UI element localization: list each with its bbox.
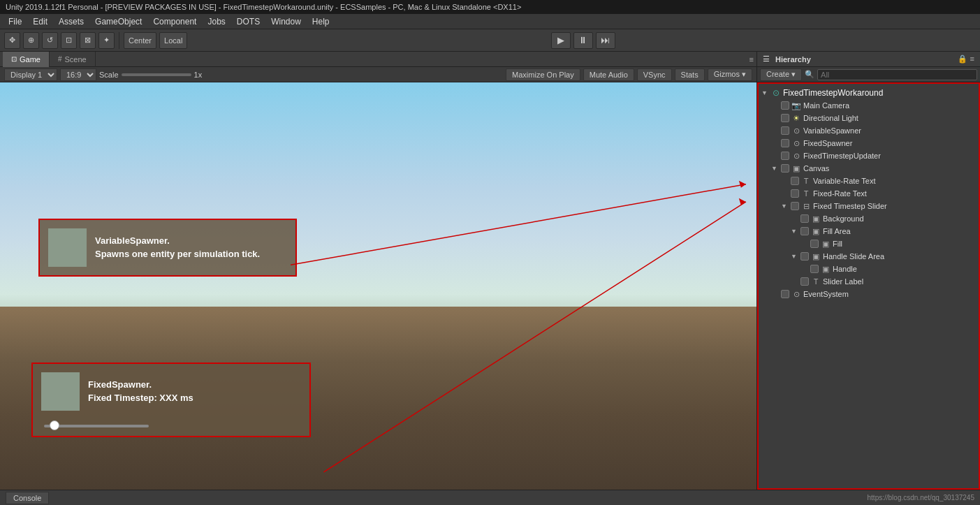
camera-icon: 📷 [791,101,801,110]
mute-btn[interactable]: Mute Audio [583,68,634,81]
slider-label-icon: T [811,277,821,286]
frt-icon: T [801,189,811,198]
menu-jobs[interactable]: Jobs [202,15,231,28]
tree-item-event-system[interactable]: ⊙ EventSystem [759,288,979,300]
dir-light-label: Directional Light [803,114,858,122]
fill-checkbox[interactable] [810,240,819,248]
vrt-label: Variable-Rate Text [813,177,875,185]
hierarchy-lock-icon[interactable]: 🔒 [958,54,967,64]
tree-item-main-camera[interactable]: 📷 Main Camera [759,99,979,112]
game-viewport: VariableSpawner. Spawns one entity per s… [0,82,756,490]
tab-scene[interactable]: # Scene [50,52,96,67]
bg-label: Background [823,214,864,223]
scale-control: Scale 1x [99,71,202,79]
variable-spawner-checkbox[interactable] [781,126,789,135]
hsa-icon: ▣ [811,251,821,261]
tree-item-directional-light[interactable]: ☀ Directional Light [759,112,979,124]
tree-item-root[interactable]: ⊙ FixedTimestepWorkaround [759,87,979,99]
slider-label-checkbox[interactable] [800,277,809,286]
menu-help[interactable]: Help [307,15,335,28]
gizmos-btn[interactable]: Gizmos ▾ [708,68,752,81]
main-camera-checkbox[interactable] [781,101,789,110]
vsync-btn[interactable]: VSync [637,68,672,81]
menu-component[interactable]: Component [147,15,202,28]
vrt-icon: T [801,176,811,186]
tree-item-background[interactable]: ▣ Background [759,212,979,225]
tree-item-fixed-spawner[interactable]: ⊙ FixedSpawner [759,137,979,149]
center-button[interactable]: Center [124,32,156,49]
bg-checkbox[interactable] [800,214,809,223]
step-button[interactable]: ⏭ [596,32,615,49]
fill-area-checkbox[interactable] [800,227,809,235]
tree-item-variable-rate-text[interactable]: T Variable-Rate Text [759,175,979,187]
root-icon: ⊙ [771,88,781,98]
fixed-spawner-text: FixedSpawner. Fixed Timestep: XXX ms [88,379,193,404]
hierarchy-search[interactable] [817,69,977,80]
panel-menu-icon[interactable]: ≡ [749,55,754,64]
fill-label: Fill [833,240,842,248]
handle-checkbox[interactable] [810,265,819,273]
fixed-timestep-slider-ui [41,425,152,427]
transform-tool[interactable]: ✦ [98,32,115,49]
tree-item-fixed-timestep-slider[interactable]: ⊟ Fixed Timestep Slider [759,200,979,212]
tree-item-fixed-rate-text[interactable]: T Fixed-Rate Text [759,187,979,200]
tab-game[interactable]: ⊡ Game [3,52,50,67]
es-checkbox[interactable] [781,290,789,298]
tree-item-canvas[interactable]: ▣ Canvas [759,162,979,175]
hierarchy-toolbar: Create ▾ 🔍 [757,67,980,82]
hierarchy-title: Hierarchy [775,55,811,64]
slider-handle[interactable] [50,420,59,430]
scale-slider[interactable] [122,73,191,76]
hand-tool[interactable]: ✥ [4,32,20,49]
separator-1 [119,32,119,49]
menu-file[interactable]: File [3,15,27,28]
menu-dots[interactable]: DOTS [231,15,265,28]
menu-bar: File Edit Assets GameObject Component Jo… [0,14,980,29]
fixed-spawner-obj-icon: ⊙ [791,138,801,148]
main-camera-label: Main Camera [803,101,849,110]
rotate-tool[interactable]: ↺ [42,32,58,49]
create-button[interactable]: Create ▾ [760,68,802,81]
tree-item-variable-spawner[interactable]: ⊙ VariableSpawner [759,124,979,137]
menu-assets[interactable]: Assets [53,15,89,28]
tree-item-fixed-timestep-updater[interactable]: ⊙ FixedTimestepUpdater [759,149,979,162]
fts-checkbox[interactable] [791,202,799,210]
canvas-checkbox[interactable] [781,164,789,173]
menu-gameobject[interactable]: GameObject [89,15,147,28]
menu-edit[interactable]: Edit [27,15,53,28]
root-label: FixedTimestepWorkaround [783,88,883,98]
hierarchy-collapse-icon[interactable]: ≡ [970,54,974,64]
es-icon: ⊙ [791,289,801,299]
maximize-btn[interactable]: Maximize On Play [506,68,580,81]
scale-label: Scale [99,71,119,79]
move-tool[interactable]: ⊕ [23,32,39,49]
hierarchy-tree: ⊙ FixedTimestepWorkaround 📷 Main Camera … [757,82,980,490]
display-select[interactable]: Display 1 [4,68,57,81]
dir-light-checkbox[interactable] [781,114,789,122]
ftu-checkbox[interactable] [781,152,789,160]
fill-icon: ▣ [821,239,831,249]
aspect-select[interactable]: 16:9 [60,68,96,81]
fixed-spawner-checkbox[interactable] [781,139,789,147]
vrt-checkbox[interactable] [791,177,799,185]
play-button[interactable]: ▶ [551,32,571,49]
tree-item-handle[interactable]: ▣ Handle [759,263,979,275]
tree-item-fill[interactable]: ▣ Fill [759,237,979,250]
es-label: EventSystem [803,290,849,298]
pause-button[interactable]: ⏸ [573,32,593,49]
fixed-spawner-icon [41,372,80,411]
scale-tool[interactable]: ⊡ [61,32,77,49]
tree-item-slider-label[interactable]: T Slider Label [759,275,979,288]
fill-area-label: Fill Area [823,227,851,235]
console-tab[interactable]: Console [6,492,49,504]
tree-item-fill-area[interactable]: ▣ Fill Area [759,225,979,237]
hsa-checkbox[interactable] [800,252,809,261]
tree-item-handle-slide-area[interactable]: ▣ Handle Slide Area [759,250,979,263]
frt-checkbox[interactable] [791,189,799,198]
rect-tool[interactable]: ⊠ [80,32,96,49]
menu-window[interactable]: Window [265,15,307,28]
fixed-spawner-panel: FixedSpawner. Fixed Timestep: XXX ms [31,363,311,437]
stats-btn[interactable]: Stats [675,68,705,81]
bg-icon: ▣ [811,214,821,224]
local-button[interactable]: Local [159,32,187,49]
